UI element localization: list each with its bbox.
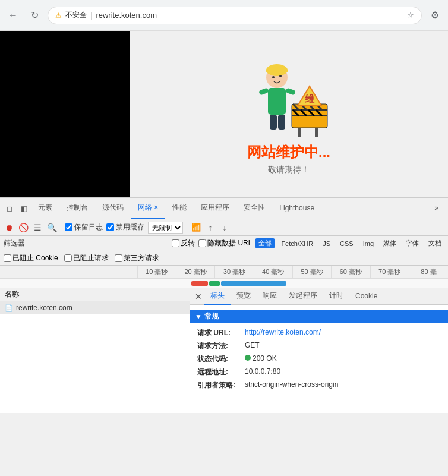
devtools-tabs: ◻ ◧ 元素 控制台 源代码 网络 × 性能 应用程序 安全性 Lighthou… xyxy=(0,198,448,219)
inspect-icon-btn[interactable]: ◧ xyxy=(17,198,31,219)
filter-img-btn[interactable]: Img xyxy=(360,239,377,248)
black-panel xyxy=(0,31,130,197)
tab-cookie[interactable]: Cookie xyxy=(349,288,383,305)
tab-timing[interactable]: 计时 xyxy=(323,288,349,305)
section-arrow: ▼ xyxy=(195,313,202,321)
tab-application[interactable]: 应用程序 xyxy=(194,198,236,219)
svg-text:维: 维 xyxy=(305,93,315,104)
address-bar[interactable]: ⚠ 不安全 | rewrite.koten.com ☆ xyxy=(48,7,422,24)
svg-rect-22 xyxy=(285,87,296,95)
filter-fetch-btn[interactable]: Fetch/XHR xyxy=(278,239,316,248)
section-label: 常规 xyxy=(204,311,219,321)
clear-icon[interactable]: 🚫 xyxy=(18,222,29,233)
status-dot xyxy=(245,355,251,361)
key-request-method: 请求方法: xyxy=(197,341,245,351)
hide-data-urls-checkbox[interactable]: 隐藏数据 URL xyxy=(198,238,252,248)
filter-doc-btn[interactable]: 文档 xyxy=(425,238,444,248)
maintenance-image: 维 xyxy=(241,53,336,143)
filter-font-btn[interactable]: 字体 xyxy=(403,238,422,248)
network-list: 名称 📄 rewrite.koten.com ✕ 标头 预览 响应 发起程序 计… xyxy=(0,288,448,413)
devtools: ◻ ◧ 元素 控制台 源代码 网络 × 性能 应用程序 安全性 Lighthou… xyxy=(0,197,448,476)
filter-all-btn[interactable]: 全部 xyxy=(255,238,275,248)
val-referrer-policy: strict-origin-when-cross-origin xyxy=(245,380,338,390)
row-request-method: 请求方法: GET xyxy=(197,341,441,351)
tl-40ms: 40 毫秒 xyxy=(254,266,293,278)
tab-lighthouse[interactable]: Lighthouse xyxy=(272,198,321,219)
section-general: ▼ 常规 xyxy=(190,310,448,323)
tab-elements[interactable]: 元素 xyxy=(31,198,59,219)
security-icon: ⚠ xyxy=(55,11,62,20)
svg-rect-11 xyxy=(298,128,301,137)
tl-60ms: 60 毫秒 xyxy=(332,266,370,278)
maintenance-title: 网站维护中... xyxy=(247,143,330,162)
elements-icon-btn[interactable]: ◻ xyxy=(2,198,17,219)
block-cookies-checkbox[interactable]: 已阻止 Cookie xyxy=(4,253,58,263)
val-request-url: http://rewrite.koten.com/ xyxy=(245,328,321,338)
svg-rect-23 xyxy=(270,115,277,130)
svg-rect-20 xyxy=(268,88,286,115)
settings-button[interactable]: ⚙ xyxy=(427,7,443,24)
request-detail-tabs: ✕ 标头 预览 响应 发起程序 计时 Cookie xyxy=(190,288,448,305)
name-column-header: 名称 xyxy=(0,288,190,301)
tl-50ms: 50 毫秒 xyxy=(293,266,332,278)
block-requests-checkbox[interactable]: 已阻止请求 xyxy=(64,253,109,263)
record-icon[interactable]: ⏺ xyxy=(4,222,14,233)
refresh-button[interactable]: ↻ xyxy=(26,7,43,24)
val-remote-address: 10.0.0.7:80 xyxy=(245,367,280,377)
bar-blue xyxy=(221,281,286,286)
filter-js-btn[interactable]: JS xyxy=(320,239,333,248)
file-icon: 📄 xyxy=(5,304,13,312)
val-status-code: 200 OK xyxy=(245,354,277,364)
third-party-checkbox[interactable]: 第三方请求 xyxy=(115,253,159,263)
tab-response[interactable]: 响应 xyxy=(257,288,283,305)
throttle-select[interactable]: 无限制 xyxy=(148,222,183,234)
tab-sources[interactable]: 源代码 xyxy=(95,198,131,219)
row-remote-address: 远程地址: 10.0.0.7:80 xyxy=(197,367,441,377)
tab-headers[interactable]: 标头 xyxy=(204,288,231,305)
filter-media-btn[interactable]: 媒体 xyxy=(380,238,399,248)
upload-icon[interactable]: ↑ xyxy=(205,222,216,233)
close-details-button[interactable]: ✕ xyxy=(193,291,204,302)
back-button[interactable]: ← xyxy=(5,7,21,24)
tl-30ms: 30 毫秒 xyxy=(215,266,254,278)
key-request-url: 请求 URL: xyxy=(197,328,245,338)
val-request-method: GET xyxy=(245,341,260,351)
search-icon[interactable]: 🔍 xyxy=(46,222,57,233)
filter-label: 筛选器 xyxy=(4,238,25,248)
disable-cache-checkbox[interactable]: 禁用缓存 xyxy=(106,222,144,232)
tab-performance[interactable]: 性能 xyxy=(165,198,194,219)
maintenance-panel: 维 网站维护中... 敬请期待！ xyxy=(130,31,448,197)
star-icon[interactable]: ☆ xyxy=(407,11,414,20)
tl-10ms: 10 毫秒 xyxy=(138,266,176,278)
preserve-log-checkbox[interactable]: 保留日志 xyxy=(65,222,103,232)
tab-initiator[interactable]: 发起程序 xyxy=(283,288,323,305)
timeline-header: 10 毫秒 20 毫秒 30 毫秒 40 毫秒 50 毫秒 60 毫秒 70 毫… xyxy=(0,266,448,279)
tab-security[interactable]: 安全性 xyxy=(236,198,272,219)
invert-checkbox[interactable]: 反转 xyxy=(172,238,195,248)
request-detail-content: ▼ 常规 请求 URL: http://rewrite.koten.com/ 请… xyxy=(190,305,448,413)
security-label: 不安全 xyxy=(65,10,87,20)
maintenance-subtitle: 敬请期待！ xyxy=(268,165,310,175)
page-area: 维 网站维护中... 敬请期待！ xyxy=(0,31,448,197)
svg-rect-24 xyxy=(278,115,285,130)
svg-rect-12 xyxy=(315,128,318,137)
timeline-bars xyxy=(0,279,448,288)
divider1 xyxy=(61,223,61,232)
row-request-url: 请求 URL: http://rewrite.koten.com/ xyxy=(197,328,441,338)
file-row-rewrite[interactable]: 📄 rewrite.koten.com xyxy=(0,301,190,314)
key-remote-address: 远程地址: xyxy=(197,367,245,377)
tab-preview[interactable]: 预览 xyxy=(231,288,257,305)
tab-console[interactable]: 控制台 xyxy=(59,198,95,219)
filter-css-btn[interactable]: CSS xyxy=(337,239,356,248)
tab-network[interactable]: 网络 × xyxy=(131,198,165,219)
svg-point-19 xyxy=(279,75,282,77)
key-status-code: 状态代码: xyxy=(197,354,245,364)
bar-red xyxy=(191,281,208,286)
download-icon[interactable]: ↓ xyxy=(219,222,230,233)
filter-icon[interactable]: ☰ xyxy=(32,222,43,233)
network-files: 名称 📄 rewrite.koten.com xyxy=(0,288,190,413)
key-referrer-policy: 引用者策略: xyxy=(197,380,245,390)
bar-green xyxy=(209,281,220,286)
more-tabs-btn[interactable]: » xyxy=(427,198,446,219)
wifi-icon[interactable]: 📶 xyxy=(191,222,201,233)
